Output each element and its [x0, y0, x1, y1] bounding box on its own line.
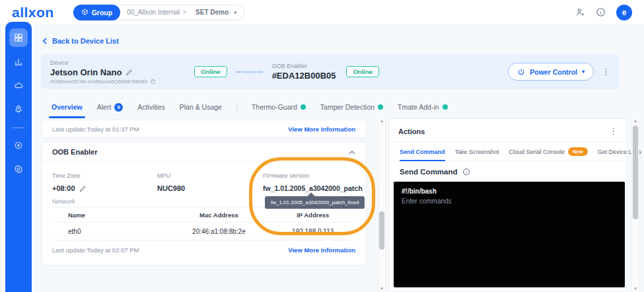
copy-serial-icon[interactable]	[150, 79, 156, 85]
tab-label: Cloud Serial Console	[509, 149, 565, 155]
group-chip-label: Group	[92, 9, 113, 17]
main-column-scrollbar[interactable]: ▲ ▼	[378, 118, 386, 292]
sidebar-divider	[13, 128, 24, 128]
tab-label: Plan & Usage	[180, 103, 222, 111]
sidebar-item-devices[interactable]	[9, 28, 28, 47]
status-dot-icon	[443, 104, 448, 110]
power-control-button[interactable]: Power Control ▾	[508, 63, 594, 81]
tab-activities[interactable]: Activities	[137, 97, 164, 117]
oob-card-footer: Last update:Today at 02:07 PM View More …	[42, 246, 366, 254]
tab-tamper-detection[interactable]: Tamper Detection	[320, 97, 383, 117]
send-command-section-title: Send Command	[389, 161, 627, 181]
power-control-caret-icon: ▾	[582, 69, 585, 75]
rocket-icon	[14, 104, 23, 114]
field-mpu: MPU NUC980	[157, 168, 185, 192]
tab-label: Tamper Detection	[320, 103, 375, 111]
group-dropdown-caret-icon[interactable]: ▾	[234, 9, 237, 16]
oob-block: OOB Enabler #EDA12B00B05	[272, 63, 336, 81]
firmware-value[interactable]: fw_1.01.2005_a3042000_patch_...	[263, 184, 363, 192]
breadcrumb-org[interactable]: 00_Allxon Internal	[127, 9, 180, 16]
tab-send-command[interactable]: Send Command	[400, 143, 445, 161]
sidebar-item-support[interactable]	[9, 136, 28, 155]
command-editor[interactable]: #!/bin/bash Enter commands	[394, 182, 625, 287]
scroll-up-arrow-icon[interactable]: ▲	[632, 119, 639, 123]
breadcrumb-group[interactable]: SET Demo	[196, 9, 229, 16]
help-info-icon[interactable]	[596, 7, 606, 17]
col-mac-address: Mac Address	[167, 211, 270, 219]
tab-take-screenshot[interactable]: Take Screenshot	[455, 143, 499, 161]
cloud-icon	[14, 81, 24, 91]
last-update-text: Last update:Today at 02:07 PM	[52, 246, 139, 254]
sidebar-item-settings[interactable]	[9, 160, 28, 178]
cell-interface-name: eth0	[52, 228, 167, 235]
command-line: #!/bin/bash	[402, 188, 617, 195]
scrollbar-thumb[interactable]	[379, 211, 384, 250]
tab-label: Take Screenshot	[455, 149, 499, 155]
power-icon	[517, 68, 525, 76]
device-serial: #G5btwsd5OW-4nd5doca5Q6588788583	[50, 79, 147, 85]
tab-plan-usage[interactable]: Plan & Usage	[180, 97, 222, 117]
scrollbar-thumb[interactable]	[633, 126, 638, 219]
tab-label: Thermo-Guard	[252, 103, 297, 111]
status-dot-icon	[378, 104, 383, 110]
timezone-value: +08:00	[52, 184, 75, 192]
tabs-divider	[236, 102, 237, 112]
actions-header: Actions ⋮	[389, 119, 627, 143]
device-info-card-footer: Last update:Today at 01:37 PM View More …	[41, 120, 367, 138]
scroll-down-arrow-icon[interactable]: ▼	[632, 287, 639, 291]
device-name: Jetson Orin Nano	[50, 67, 122, 77]
device-label: Device	[50, 59, 156, 66]
scroll-up-arrow-icon[interactable]: ▲	[378, 119, 385, 123]
tab-label: Activities	[137, 103, 164, 111]
view-more-information-link[interactable]: View More Information	[288, 246, 355, 254]
oob-status-badge: Online	[346, 66, 379, 77]
device-tabs: Overview Alert 0 Activities Plan & Usage…	[52, 97, 448, 117]
edit-timezone-icon[interactable]	[79, 185, 87, 192]
tab-thermo-guard[interactable]: Thermo-Guard	[252, 97, 306, 117]
user-avatar[interactable]: e	[616, 5, 632, 20]
network-table-row: eth0 20:46:a1:08:8b:2e 192.188.0.113	[52, 223, 355, 240]
last-update-text: Last update:Today at 01:37 PM	[52, 126, 139, 133]
info-circle-icon[interactable]	[462, 168, 470, 176]
sidebar-item-apps[interactable]	[9, 100, 28, 118]
back-link-label: Back to Device List	[52, 37, 119, 45]
scroll-down-arrow-icon[interactable]: ▼	[378, 287, 385, 291]
actions-tabs: Send Command Take Screenshot Cloud Seria…	[389, 143, 627, 161]
cell-mac-address: 20:46:a1:08:8b:2e	[167, 228, 270, 235]
oob-enabler-id: #EDA12B00B05	[272, 71, 336, 81]
actions-panel: Actions ⋮ Send Command Take Screenshot C…	[388, 118, 627, 292]
gear-icon	[14, 164, 23, 174]
field-firmware: Firmware Version fw_1.01.2005_a3042000_p…	[263, 168, 363, 192]
oob-card-title: OOB Enabler	[52, 148, 97, 156]
actions-panel-scrollbar[interactable]: ▲ ▼	[631, 118, 639, 292]
collapse-chevron-icon[interactable]	[349, 150, 355, 155]
firmware-label: Firmware Version	[263, 172, 309, 179]
device-summary-bar: Device Jetson Orin Nano #G5btwsd5OW-4nd5…	[41, 54, 620, 89]
back-to-device-list-link[interactable]: Back to Device List	[42, 37, 119, 45]
timezone-label: Time Zone	[52, 172, 81, 179]
cell-ip-address: 192.188.0.113	[270, 228, 355, 235]
tab-overview[interactable]: Overview	[52, 97, 83, 117]
devices-grid-icon	[14, 33, 23, 42]
device-menu-kebab-icon[interactable]: ⋮	[602, 67, 610, 77]
tab-tmate-addin[interactable]: Tmate Add-in	[398, 97, 447, 117]
group-chip[interactable]: Group	[73, 5, 121, 20]
actions-menu-kebab-icon[interactable]: ⋮	[609, 126, 618, 136]
firmware-version-tooltip: fw_1.01.2005_a3042000_patch_fixed	[265, 196, 365, 209]
group-selector[interactable]: Group 00_Allxon Internal > SET Demo ▾	[73, 5, 244, 20]
view-more-information-link[interactable]: View More Information	[288, 126, 355, 133]
top-header: allxon Group 00_Allxon Internal > SET De…	[0, 0, 644, 25]
network-table-header: Name Mac Address IP Address	[52, 207, 355, 223]
tab-label: Send Command	[400, 149, 445, 155]
network-section-label: Network	[52, 198, 75, 205]
network-table: Name Mac Address IP Address eth0 20:46:a…	[52, 207, 355, 240]
edit-device-name-icon[interactable]	[125, 69, 133, 76]
tab-alert[interactable]: Alert 0	[97, 97, 124, 117]
device-status-badge: Online	[194, 66, 227, 77]
tab-cloud-serial-console[interactable]: Cloud Serial Console New	[509, 143, 588, 161]
sidebar-item-cloud-services[interactable]	[9, 76, 28, 94]
invite-user-icon[interactable]	[575, 7, 585, 17]
connection-dotted-line	[236, 71, 263, 73]
sidebar-item-insights[interactable]	[9, 52, 28, 71]
mpu-label: MPU	[157, 172, 170, 179]
